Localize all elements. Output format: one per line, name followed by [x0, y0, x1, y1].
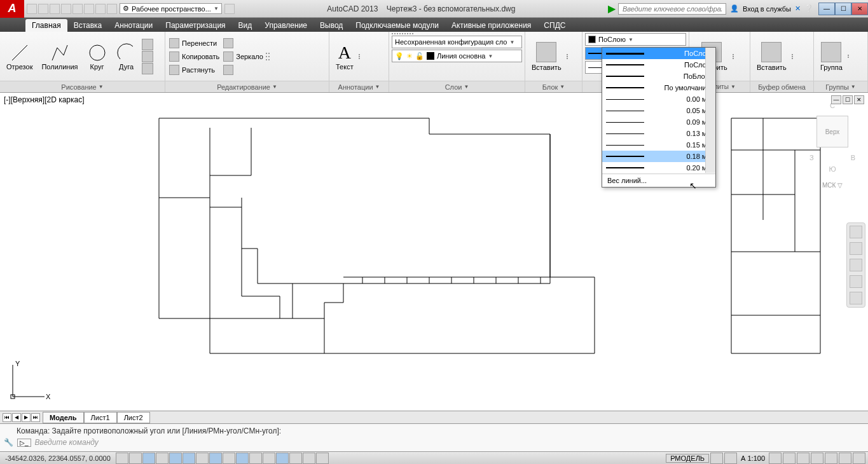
- wrench-icon[interactable]: 🔧: [4, 438, 13, 447]
- sign-in-icon[interactable]: 👤: [730, 4, 739, 13]
- sign-in-label[interactable]: Вход в службы: [743, 5, 791, 13]
- circle-button[interactable]: Круг: [83, 41, 111, 72]
- qat-redo-icon[interactable]: [107, 4, 117, 14]
- hatch-icon[interactable]: [142, 63, 153, 74]
- ducs-button[interactable]: [223, 453, 235, 464]
- doc-minimize-button[interactable]: —: [831, 95, 841, 104]
- grid-button[interactable]: [142, 453, 155, 464]
- layer-config-dropdown[interactable]: Несохраненная конфигурация сло▼: [392, 36, 522, 48]
- layout-first-button[interactable]: ⏮: [3, 413, 11, 422]
- block-attr-icon[interactable]: [567, 58, 568, 59]
- rectangle-icon[interactable]: [142, 39, 153, 50]
- panel-draw-title[interactable]: Рисование▼: [0, 81, 165, 92]
- tab-insert[interactable]: Вставка: [67, 19, 109, 32]
- help-icon[interactable]: ❔: [804, 4, 813, 13]
- anno-scale-button[interactable]: А 1:100: [738, 454, 768, 462]
- dyn-button[interactable]: [236, 453, 249, 464]
- tab-annotate[interactable]: Аннотации: [108, 19, 159, 32]
- color-dropdown[interactable]: ПоСлою▼: [585, 33, 686, 46]
- isolate-icon[interactable]: [839, 453, 851, 464]
- viewcube-e[interactable]: В: [851, 154, 855, 161]
- layer-current-dropdown[interactable]: 💡 ☀ 🔓 Линия основна ▼: [392, 50, 522, 62]
- group-button[interactable]: Группа: [816, 41, 846, 72]
- arc-button[interactable]: Дуга: [113, 41, 141, 72]
- copy-button[interactable]: Копировать: [168, 51, 221, 62]
- app-logo-icon[interactable]: A: [0, 0, 24, 18]
- dimension-icon[interactable]: [359, 54, 360, 55]
- viewcube-w[interactable]: З: [809, 154, 814, 161]
- anno-autoscale-icon[interactable]: [783, 453, 796, 464]
- select-icon[interactable]: [733, 54, 734, 55]
- lwt-button[interactable]: [249, 453, 262, 464]
- sc-button[interactable]: [289, 453, 302, 464]
- qat-more-icon[interactable]: [224, 4, 235, 14]
- panel-modify-title[interactable]: Редактирование▼: [165, 81, 329, 92]
- orbit-icon[interactable]: [850, 275, 862, 288]
- lw-item-005[interactable]: 0.05 мм: [602, 105, 715, 116]
- workspace-switch-icon[interactable]: [797, 453, 809, 464]
- tab-view[interactable]: Вид: [232, 19, 259, 32]
- ortho-button[interactable]: [156, 453, 169, 464]
- qp-button[interactable]: [276, 453, 289, 464]
- drawing-area[interactable]: [-][Верхняя][2D каркас]: [0, 93, 868, 411]
- lw-item-000[interactable]: 0.00 мм: [602, 93, 715, 105]
- exchange-icon[interactable]: ✕: [795, 4, 801, 13]
- zoom-extents-icon[interactable]: [850, 259, 862, 271]
- array-icon[interactable]: [266, 59, 267, 60]
- workspace-dropdown[interactable]: ⚙ Рабочее пространство... ▼: [120, 3, 222, 14]
- offset-icon[interactable]: [268, 56, 270, 57]
- infer-button[interactable]: [116, 453, 128, 464]
- lw-item-default[interactable]: По умолчанию: [602, 82, 715, 93]
- play-icon[interactable]: ▶: [608, 3, 616, 15]
- block-create-icon[interactable]: [567, 54, 568, 55]
- layer-off-icon[interactable]: [399, 33, 401, 34]
- tab-spds[interactable]: СПДС: [537, 19, 572, 32]
- qat-open-icon[interactable]: [38, 4, 48, 14]
- steering-wheel-icon[interactable]: [850, 226, 862, 238]
- tab-output[interactable]: Вывод: [313, 19, 349, 32]
- lw-item-020[interactable]: 0.20 мм: [602, 162, 715, 174]
- ellipse-icon[interactable]: [142, 51, 153, 62]
- qat-save-icon[interactable]: [50, 4, 60, 14]
- erase-icon[interactable]: [268, 59, 270, 60]
- viewcube[interactable]: С Верх ЗВ Ю МСК ▽: [807, 102, 858, 191]
- viewport-label[interactable]: [-][Верхняя][2D каркас]: [4, 95, 85, 104]
- rotate-button[interactable]: [222, 38, 265, 49]
- cut-icon[interactable]: [792, 54, 793, 55]
- model-space-button[interactable]: РМОДЕЛЬ: [666, 454, 709, 463]
- scale-button[interactable]: [222, 64, 265, 76]
- otrack-button[interactable]: [209, 453, 222, 464]
- layout-next-button[interactable]: ▶: [22, 413, 31, 422]
- toolbar-lock-icon[interactable]: [811, 453, 823, 464]
- wcs-label[interactable]: МСК ▽: [807, 182, 858, 189]
- mirror-button[interactable]: Зеркало: [222, 51, 265, 62]
- tab-plugins[interactable]: Подключаемые модули: [349, 19, 445, 32]
- clean-screen-icon[interactable]: [853, 453, 865, 464]
- panel-layers-title[interactable]: Слои▼: [389, 81, 525, 92]
- layout-last-button[interactable]: ⏭: [31, 413, 40, 422]
- qselect-icon[interactable]: [733, 56, 734, 57]
- tab-featured[interactable]: Активные приложения: [445, 19, 537, 32]
- tab-manage[interactable]: Управление: [258, 19, 313, 32]
- anno-visibility-icon[interactable]: [769, 453, 782, 464]
- layout-prev-button[interactable]: ◀: [12, 413, 21, 422]
- panel-groups-title[interactable]: Группы▼: [814, 81, 867, 92]
- close-button[interactable]: ✕: [851, 3, 868, 15]
- panel-block-title[interactable]: Блок▼: [525, 81, 582, 92]
- ungroup-icon[interactable]: [848, 55, 849, 56]
- move-button[interactable]: Перенести: [168, 38, 221, 49]
- snap-button[interactable]: [129, 453, 142, 464]
- layout-tab-model[interactable]: Модель: [43, 412, 84, 423]
- layer-match-icon[interactable]: [407, 33, 408, 34]
- paste-button[interactable]: Вставить: [753, 41, 790, 72]
- qat-saveas-icon[interactable]: [61, 4, 71, 14]
- viewcube-top-face[interactable]: Верх: [816, 116, 848, 147]
- showmotion-icon[interactable]: [850, 292, 862, 304]
- table-icon[interactable]: [359, 58, 360, 59]
- layer-lock-icon[interactable]: [402, 33, 403, 34]
- osnap-button[interactable]: [183, 453, 195, 464]
- explode-icon[interactable]: [268, 53, 270, 54]
- lw-item-009[interactable]: 0.09 мм: [602, 116, 715, 128]
- copy-clip-icon[interactable]: [792, 56, 793, 57]
- qat-new-icon[interactable]: [27, 4, 37, 14]
